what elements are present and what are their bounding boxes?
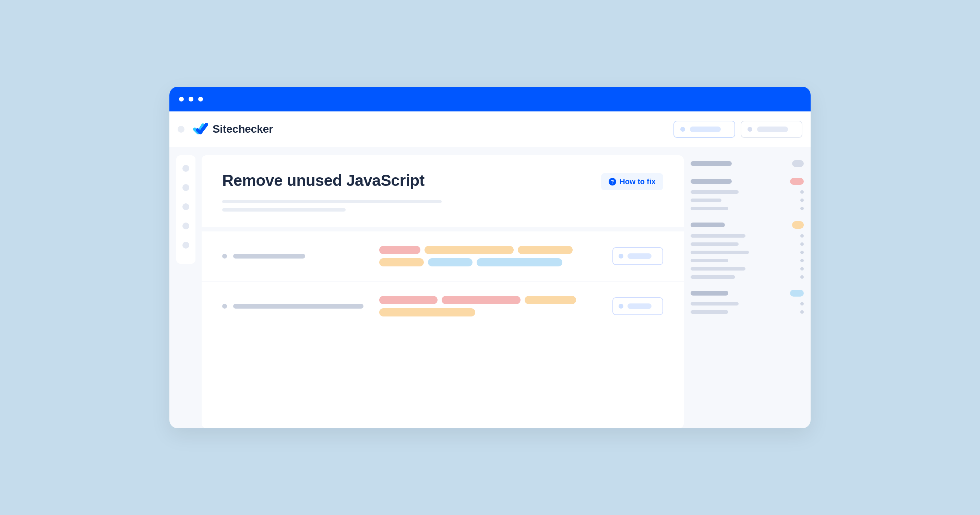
count-badge (792, 160, 804, 167)
tag-pill (379, 258, 424, 266)
tag-pill (379, 308, 475, 316)
placeholder-icon (619, 254, 624, 259)
item-count-placeholder (800, 302, 804, 305)
url-placeholder (233, 304, 363, 308)
brand-name: Sitechecker (213, 123, 273, 135)
tags-column (379, 246, 603, 266)
item-count-placeholder (800, 251, 804, 254)
item-count-placeholder (800, 190, 804, 194)
item-label-placeholder (690, 242, 738, 246)
item-count-placeholder (800, 275, 804, 279)
item-count-placeholder (800, 310, 804, 314)
side-group (690, 221, 804, 279)
side-group-header[interactable] (690, 160, 804, 167)
nav-item[interactable] (183, 184, 189, 191)
tags-column (379, 296, 603, 316)
placeholder-label (690, 127, 721, 132)
result-row (202, 231, 684, 281)
item-count-placeholder (800, 259, 804, 262)
side-item[interactable] (690, 267, 804, 270)
item-label-placeholder (690, 267, 745, 270)
side-group-header[interactable] (690, 178, 804, 185)
url-column (222, 304, 370, 308)
bullet-icon (222, 254, 227, 259)
item-label-placeholder (690, 275, 735, 279)
item-label-placeholder (690, 302, 738, 305)
side-item[interactable] (690, 302, 804, 305)
tag-pill (442, 296, 520, 304)
side-item[interactable] (690, 275, 804, 279)
url-column (222, 254, 370, 259)
window-titlebar (169, 87, 811, 111)
nav-rail (176, 155, 196, 264)
how-to-fix-label: How to fix (620, 177, 655, 186)
side-item[interactable] (690, 310, 804, 314)
placeholder-label (627, 304, 652, 309)
traffic-light-minimize[interactable] (189, 97, 193, 102)
item-count-placeholder (800, 207, 804, 210)
side-item[interactable] (690, 199, 804, 202)
tag-pill (525, 296, 576, 304)
item-label-placeholder (690, 234, 745, 238)
item-label-placeholder (690, 251, 749, 254)
side-item[interactable] (690, 251, 804, 254)
side-item[interactable] (690, 242, 804, 246)
item-label-placeholder (690, 190, 738, 194)
nav-item[interactable] (183, 242, 189, 249)
row-action-button[interactable] (612, 247, 663, 265)
item-count-placeholder (800, 267, 804, 270)
placeholder-icon (680, 127, 685, 132)
tag-pill (518, 246, 573, 254)
placeholder-label (757, 127, 788, 132)
how-to-fix-button[interactable]: ? How to fix (601, 173, 663, 190)
side-panel (690, 155, 804, 428)
tag-pill (425, 246, 514, 254)
tag-pill (428, 258, 473, 266)
nav-item[interactable] (183, 165, 189, 172)
bullet-icon (222, 304, 227, 308)
header-secondary-button[interactable] (741, 121, 802, 138)
item-label-placeholder (690, 259, 728, 262)
url-placeholder (233, 254, 305, 259)
count-badge (790, 290, 804, 297)
content-area: Remove unused JavaScript ? How to fix (169, 147, 811, 428)
result-row (202, 281, 684, 331)
item-count-placeholder (800, 234, 804, 238)
item-label-placeholder (690, 199, 721, 202)
count-badge (792, 221, 804, 229)
traffic-light-close[interactable] (179, 97, 184, 102)
item-label-placeholder (690, 207, 728, 210)
side-item[interactable] (690, 190, 804, 194)
side-item[interactable] (690, 259, 804, 262)
group-title-placeholder (690, 291, 728, 296)
description-placeholder (202, 200, 684, 227)
group-title-placeholder (690, 161, 732, 166)
side-group (690, 290, 804, 314)
main-panel: Remove unused JavaScript ? How to fix (202, 155, 684, 428)
tag-pill (379, 246, 420, 254)
svg-text:?: ? (611, 179, 614, 184)
group-title-placeholder (690, 223, 725, 227)
row-action-button[interactable] (612, 297, 663, 315)
section-divider (202, 227, 684, 231)
tag-pill (477, 258, 562, 266)
side-item[interactable] (690, 234, 804, 238)
side-group-header[interactable] (690, 290, 804, 297)
side-group (690, 178, 804, 210)
side-item[interactable] (690, 207, 804, 210)
placeholder-label (627, 253, 652, 259)
app-window: Sitechecker Remove unused JavaScript (169, 87, 811, 428)
count-badge (790, 178, 804, 185)
placeholder-icon (619, 304, 624, 308)
group-title-placeholder (690, 179, 732, 184)
item-count-placeholder (800, 242, 804, 246)
side-group-header[interactable] (690, 221, 804, 229)
item-label-placeholder (690, 310, 728, 314)
traffic-light-zoom[interactable] (198, 97, 203, 102)
menu-icon[interactable] (178, 126, 185, 133)
header-primary-button[interactable] (673, 121, 735, 138)
brand-logo[interactable]: Sitechecker (193, 123, 273, 135)
placeholder-icon (748, 127, 752, 132)
nav-item[interactable] (183, 203, 189, 210)
nav-item[interactable] (183, 223, 189, 229)
